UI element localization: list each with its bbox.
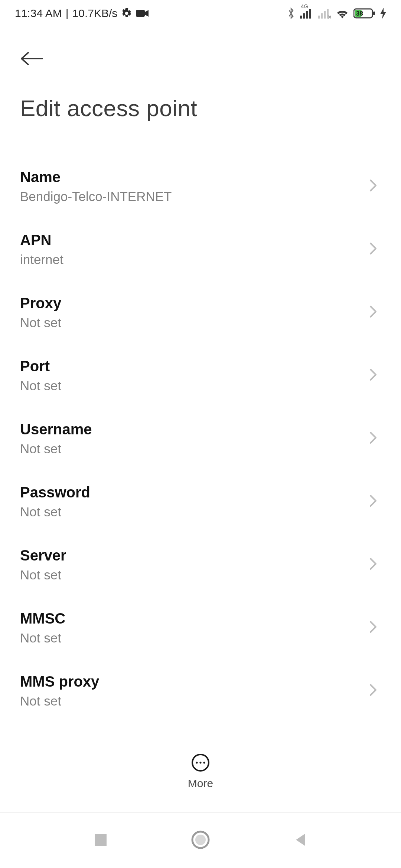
row-value: Not set [20, 441, 369, 456]
svg-rect-3 [306, 11, 308, 19]
nav-back-button[interactable] [293, 832, 308, 849]
svg-point-18 [195, 835, 206, 845]
square-icon [93, 842, 108, 848]
status-bar: 11:34 AM | 10.7KB/s 4G [0, 0, 401, 27]
chevron-right-icon [369, 683, 377, 698]
page-title: Edit access point [20, 95, 381, 121]
arrow-left-icon [20, 51, 44, 68]
more-label: More [188, 777, 213, 790]
svg-rect-0 [136, 10, 145, 17]
svg-point-14 [199, 762, 201, 763]
header: Edit access point [0, 27, 401, 121]
row-label: Port [20, 358, 369, 375]
nav-recents-button[interactable] [93, 832, 108, 849]
svg-point-15 [203, 762, 205, 763]
chevron-right-icon [369, 431, 377, 446]
nav-home-button[interactable] [191, 830, 210, 851]
svg-rect-5 [318, 16, 320, 19]
status-time: 11:34 AM [15, 7, 62, 20]
signal-sim2-icon [318, 8, 331, 19]
svg-rect-4 [309, 9, 311, 19]
row-server[interactable]: Server Not set [0, 533, 401, 596]
row-value: internet [20, 252, 369, 267]
row-name[interactable]: Name Bendigo-Telco-INTERNET [0, 155, 401, 218]
row-value: Not set [20, 378, 369, 393]
svg-rect-6 [321, 13, 323, 19]
status-separator: | [66, 7, 69, 20]
row-mms-proxy[interactable]: MMS proxy Not set [0, 659, 401, 722]
row-value: Not set [20, 504, 369, 519]
row-port[interactable]: Port Not set [0, 344, 401, 407]
settings-list: Name Bendigo-Telco-INTERNET APN internet… [0, 155, 401, 722]
status-bar-left: 11:34 AM | 10.7KB/s [15, 7, 149, 20]
more-button[interactable]: More [0, 749, 401, 794]
battery-icon: 38 [353, 8, 376, 19]
svg-point-13 [196, 762, 198, 763]
chevron-right-icon [369, 305, 377, 320]
svg-rect-7 [324, 11, 326, 19]
chevron-right-icon [369, 368, 377, 383]
row-label: Server [20, 547, 369, 564]
row-label: Name [20, 169, 369, 185]
network-type-label: 4G [301, 3, 308, 9]
chevron-right-icon [369, 179, 377, 194]
status-net-speed: 10.7KB/s [72, 7, 118, 20]
status-bar-right: 4G 38 [287, 7, 386, 20]
chevron-right-icon [369, 242, 377, 257]
signal-4g-icon: 4G [300, 8, 313, 19]
row-apn[interactable]: APN internet [0, 218, 401, 281]
chevron-right-icon [369, 557, 377, 572]
charging-icon [380, 8, 386, 19]
row-label: Password [20, 484, 369, 501]
row-mmsc[interactable]: MMSC Not set [0, 596, 401, 659]
svg-rect-2 [303, 13, 305, 19]
chevron-right-icon [369, 620, 377, 635]
wifi-icon [336, 8, 349, 19]
svg-rect-1 [300, 16, 302, 19]
more-icon [191, 753, 210, 773]
row-value: Not set [20, 315, 369, 330]
svg-rect-8 [327, 9, 329, 19]
triangle-left-icon [293, 842, 308, 848]
camera-icon [136, 9, 149, 18]
row-label: Proxy [20, 295, 369, 312]
row-proxy[interactable]: Proxy Not set [0, 281, 401, 344]
row-label: Username [20, 421, 369, 438]
svg-rect-16 [95, 834, 107, 846]
row-label: MMSC [20, 610, 369, 627]
chevron-right-icon [369, 494, 377, 509]
row-value: Bendigo-Telco-INTERNET [20, 189, 369, 204]
gear-icon [121, 8, 132, 19]
row-value: Not set [20, 568, 369, 582]
svg-rect-10 [373, 11, 375, 15]
bluetooth-icon [287, 7, 296, 20]
battery-percent-label: 38 [356, 10, 363, 17]
row-username[interactable]: Username Not set [0, 407, 401, 470]
circle-icon [191, 844, 210, 851]
row-value: Not set [20, 694, 369, 708]
row-label: APN [20, 232, 369, 249]
row-label: MMS proxy [20, 673, 369, 690]
row-value: Not set [20, 631, 369, 645]
back-button[interactable] [20, 45, 50, 74]
system-navigation-bar [0, 812, 401, 868]
row-password[interactable]: Password Not set [0, 470, 401, 533]
